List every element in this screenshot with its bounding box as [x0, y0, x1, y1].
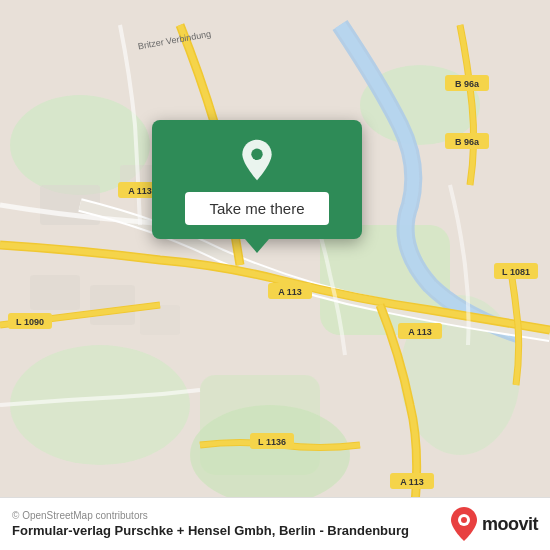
- svg-text:L 1136: L 1136: [258, 437, 286, 447]
- svg-text:L 1090: L 1090: [16, 317, 44, 327]
- location-pin-icon: [235, 138, 279, 182]
- svg-text:A 113: A 113: [400, 477, 424, 487]
- moovit-logo: moovit: [450, 506, 538, 542]
- map-background: A 113 A 113 A 113 A 113 B 96a B 96a L 10…: [0, 0, 550, 550]
- svg-text:L 1081: L 1081: [502, 267, 530, 277]
- svg-rect-10: [30, 275, 80, 310]
- svg-text:B 96a: B 96a: [455, 137, 480, 147]
- bottom-left-section: © OpenStreetMap contributors Formular-ve…: [12, 510, 440, 538]
- take-me-there-button[interactable]: Take me there: [185, 192, 328, 225]
- moovit-brand-name: moovit: [482, 514, 538, 535]
- location-popup: Take me there: [152, 120, 362, 239]
- svg-point-32: [251, 149, 262, 160]
- svg-point-7: [190, 405, 350, 505]
- map-container: A 113 A 113 A 113 A 113 B 96a B 96a L 10…: [0, 0, 550, 550]
- svg-text:B 96a: B 96a: [455, 79, 480, 89]
- svg-text:A 113: A 113: [408, 327, 432, 337]
- bottom-bar: © OpenStreetMap contributors Formular-ve…: [0, 497, 550, 550]
- moovit-pin-icon: [450, 506, 478, 542]
- svg-text:A 113: A 113: [128, 186, 152, 196]
- svg-point-4: [10, 345, 190, 465]
- svg-point-34: [461, 517, 467, 523]
- location-name-label: Formular-verlag Purschke + Hensel Gmbh, …: [12, 523, 440, 538]
- svg-rect-11: [90, 285, 135, 325]
- svg-text:A 113: A 113: [278, 287, 302, 297]
- map-attribution: © OpenStreetMap contributors: [12, 510, 440, 521]
